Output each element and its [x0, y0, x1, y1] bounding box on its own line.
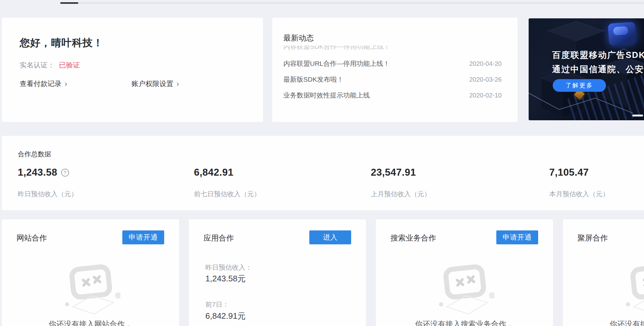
promo-banner[interactable]: 百度联盟移动广告SDK 通过中国信通院、公安部 了解更多 — [529, 18, 644, 120]
app-coop-card: 应用合作 进入 昨日预估收入： 1,243.58元 前7日： 6,842.91元 — [189, 219, 366, 326]
news-item-date: 2020-02-10 — [469, 92, 502, 99]
help-icon[interactable]: ? — [61, 169, 69, 177]
total-data-section: 合作总数据 1,243.58 ? 昨日预估收入（元） 6,842.91 前七日预… — [2, 136, 644, 210]
horizontal-scrollbar-thumb[interactable] — [60, 2, 78, 4]
news-item-text: 业务数据时效性提示功能上线 — [283, 91, 370, 100]
news-item-text: 最新版SDK发布啦！ — [283, 75, 344, 84]
greeting-card: 您好，晴叶科技！ 实名认证：已验证 查看付款记录 › 账户权限设置 › — [2, 18, 263, 122]
empty-state — [2, 263, 179, 320]
total-data-title: 合作总数据 — [18, 150, 51, 159]
chevron-right-icon: › — [65, 80, 67, 87]
news-scrolling-text: 内容联盟SDK合作---停用功能上线！ — [283, 46, 390, 50]
news-list: 内容联盟URL合作---停用功能上线！ 2020-04-20 最新版SDK发布啦… — [283, 56, 502, 103]
stat-value: 7,105.47 — [549, 167, 589, 178]
news-item[interactable]: 内容联盟URL合作---停用功能上线！ 2020-04-20 — [283, 56, 502, 72]
card-title: 应用合作 — [203, 233, 234, 243]
app-last7-label: 前7日： — [205, 300, 229, 309]
empty-state — [563, 263, 644, 320]
realname-verification-row: 实名认证：已验证 — [20, 60, 80, 70]
card-title: 网站合作 — [16, 233, 47, 243]
dead-screen-icon — [622, 263, 644, 319]
greeting-links-row: 查看付款记录 › 账户权限设置 › — [20, 79, 248, 89]
stat-value-text: 23,547.91 — [371, 167, 416, 178]
card-title: 搜索业务合作 — [390, 233, 436, 243]
stat-value-text: 1,243.58 — [18, 167, 57, 178]
verify-label: 实名认证： — [20, 61, 55, 69]
payment-records-label: 查看付款记录 — [20, 79, 61, 89]
banner-headline-2: 通过中国信通院、公安部 — [552, 64, 644, 75]
search-coop-card: 搜索业务合作 申请开通 你还没有接入搜索业务合作， — [376, 219, 553, 326]
carousel-indicator[interactable] — [632, 115, 643, 116]
news-scrolling-item-clipped: 内容联盟SDK合作---停用功能上线！ — [283, 46, 505, 50]
enter-button[interactable]: 进入 — [309, 230, 351, 244]
banner-blue-cube-decor — [608, 22, 637, 46]
dead-screen-icon — [435, 263, 494, 319]
empty-state-text: 你还没有接入网站合作， — [2, 319, 179, 326]
app-last7-value: 6,842.91元 — [205, 310, 246, 322]
chevron-right-icon: › — [177, 80, 179, 87]
dead-screen-icon — [61, 263, 120, 319]
stat-value-text: 7,105.47 — [549, 167, 589, 178]
news-item-date: 2020-03-26 — [469, 76, 502, 83]
stat-value: 23,547.91 — [371, 167, 416, 178]
greeting-title: 您好，晴叶科技！ — [20, 36, 103, 50]
stat-label: 上月预估收入（元） — [371, 190, 431, 198]
news-item-text: 内容联盟URL合作---停用功能上线！ — [283, 59, 390, 68]
stat-value-text: 6,842.91 — [194, 167, 234, 178]
stat-label: 前七日预估收入（元） — [194, 190, 261, 198]
news-item[interactable]: 业务数据时效性提示功能上线 2020-02-10 — [283, 87, 502, 103]
app-yesterday-label: 昨日预估收入： — [205, 263, 252, 272]
latest-news-card: 最新动态 内容联盟SDK合作---停用功能上线！ 内容联盟URL合作---停用功… — [272, 18, 518, 122]
news-item[interactable]: 最新版SDK发布啦！ 2020-03-26 — [283, 72, 502, 87]
news-title: 最新动态 — [283, 33, 314, 43]
dashboard-page: 您好，晴叶科技！ 实名认证：已验证 查看付款记录 › 账户权限设置 › 最新动态… — [0, 0, 644, 326]
account-permission-label: 账户权限设置 — [132, 79, 173, 89]
empty-state — [376, 263, 553, 320]
juping-coop-card: 聚屏合作 申请开通 你还没有接入聚屏合作， — [563, 219, 644, 326]
learn-more-button[interactable]: 了解更多 — [553, 79, 606, 92]
banner-headline-1: 百度联盟移动广告SDK — [552, 49, 644, 61]
account-permission-link[interactable]: 账户权限设置 › — [132, 79, 179, 89]
apply-open-button[interactable]: 申请开通 — [122, 230, 164, 244]
stat-value: 1,243.58 ? — [18, 167, 69, 178]
empty-state-text: 你还没有接入搜索业务合作， — [376, 319, 553, 326]
apply-open-button[interactable]: 申请开通 — [496, 230, 538, 244]
app-yesterday-value: 1,243.58元 — [205, 273, 246, 284]
stat-label: 昨日预估收入（元） — [18, 190, 78, 198]
empty-state-text: 你还没有接入聚屏合作， — [563, 319, 644, 326]
website-coop-card: 网站合作 申请开通 你还没有接入网站合作， — [2, 219, 179, 326]
stat-label: 本月预估收入（元） — [549, 190, 609, 198]
verify-status-badge: 已验证 — [59, 61, 80, 69]
payment-records-link[interactable]: 查看付款记录 › — [20, 79, 67, 89]
card-title: 聚屏合作 — [577, 233, 608, 243]
news-item-date: 2020-04-20 — [469, 60, 502, 67]
stat-value: 6,842.91 — [194, 167, 234, 178]
horizontal-scrollbar-track[interactable] — [60, 2, 644, 4]
